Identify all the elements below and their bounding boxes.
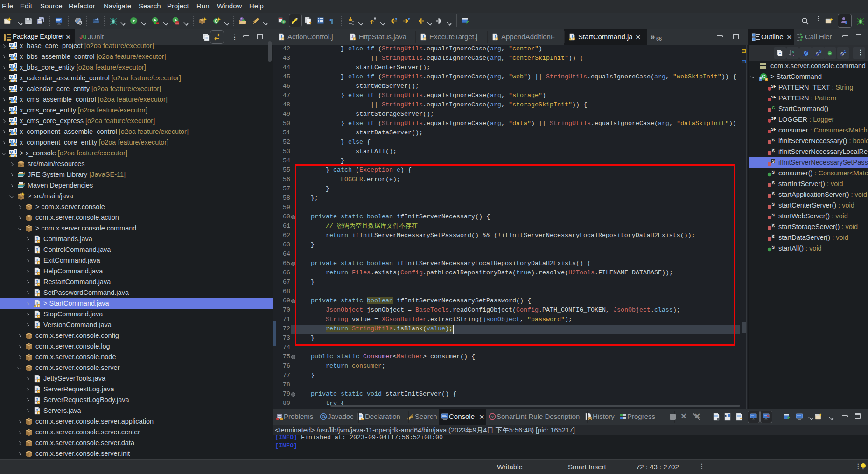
svg-text:?: ? (491, 415, 494, 419)
svg-text:J: J (845, 20, 847, 25)
svg-text:z: z (792, 53, 794, 57)
svg-text:C: C (282, 20, 285, 24)
svg-text:¶: ¶ (329, 17, 333, 25)
